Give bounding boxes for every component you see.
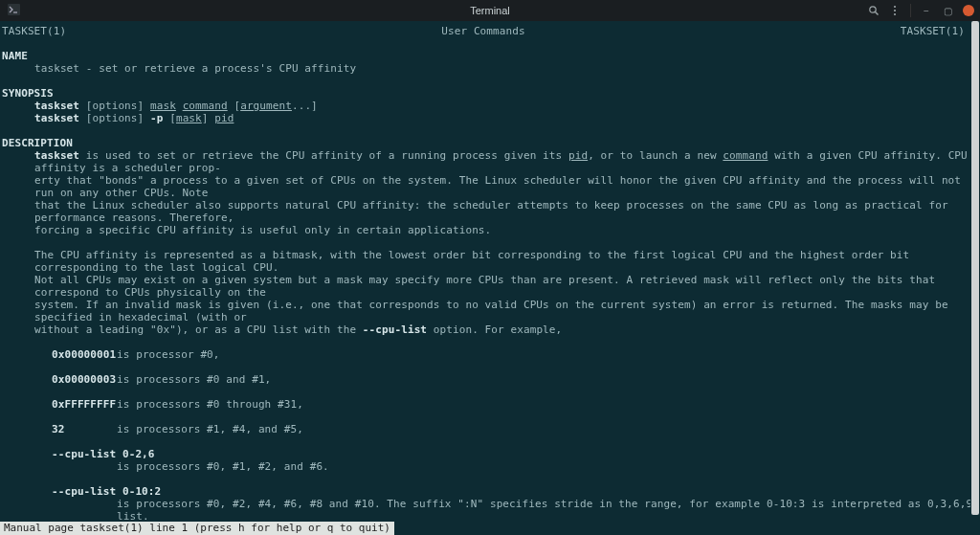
svg-point-4 [894,6,896,8]
svg-rect-0 [8,4,20,15]
mask-example-val: is processor #0, [117,348,974,361]
desc-line: system. If an invalid mask is given (i.e… [2,299,974,323]
mask-example-row: 0x00000003is processors #0 and #1, [2,373,974,386]
mask-example-row: 32is processors #1, #4, and #5, [2,423,974,435]
section-description: DESCRIPTION [2,137,974,149]
svg-point-2 [870,7,876,12]
mask-example-val: is processors #1, #4, and #5, [117,423,974,435]
name-text: taskset - set or retrieve a process's CP… [2,62,974,75]
desc-line: forcing a specific CPU affinity is usefu… [2,224,974,236]
mask-example-val: is processors #0 through #31, [117,398,974,411]
less-status-line: Manual page taskset(1) line 1 (press h f… [0,522,394,535]
maximize-icon[interactable]: ▢ [942,5,953,16]
mask-example-val: is processors #0 and #1, [117,373,974,386]
svg-point-6 [894,13,896,15]
svg-line-3 [876,12,879,15]
synopsis-line-2: taskset [options] -p [mask] pid [2,112,974,124]
terminal-app-icon [8,4,20,17]
desc-line: Not all CPUs may exist on a given system… [2,274,974,299]
cpu-list-example-key: --cpu-list 0-10:2 [2,485,974,498]
mask-example-key: 0x00000003 [2,373,117,386]
desc-line: that the Linux scheduler also supports n… [2,199,974,224]
cpu-list-example-val: is processors #0, #1, #2, and #6. [2,460,974,473]
titlebar-separator [910,4,911,17]
mask-example-row: 0xFFFFFFFFis processors #0 through #31, [2,398,974,411]
desc-line: taskset is used to set or retrieve the C… [2,149,974,174]
synopsis-line-1: taskset [options] mask command [argument… [2,100,974,112]
search-icon[interactable] [868,5,880,16]
man-header: TASKSET(1) User Commands TASKSET(1) [2,25,974,37]
svg-point-5 [894,10,896,11]
man-header-right: TASKSET(1) [644,25,974,37]
scrollbar[interactable] [970,21,980,515]
desc-line: The CPU affinity is represented as a bit… [2,249,974,274]
mask-example-key: 32 [2,423,117,435]
close-icon[interactable] [963,5,974,16]
window-titlebar: Terminal − ▢ [0,0,980,21]
minimize-icon[interactable]: − [921,5,932,16]
desc-line: erty that "bonds" a process to a given s… [2,174,974,199]
menu-icon[interactable] [889,5,901,16]
section-name: NAME [2,50,974,62]
terminal-viewport[interactable]: TASKSET(1) User Commands TASKSET(1) NAME… [0,21,980,515]
mask-example-row: 0x00000001is processor #0, [2,348,974,361]
man-header-center: User Commands [323,25,643,37]
cpu-list-example-key: --cpu-list 0-2,6 [2,448,974,460]
mask-example-key: 0xFFFFFFFF [2,398,117,411]
man-header-left: TASKSET(1) [2,25,323,37]
window-title: Terminal [0,5,980,16]
section-synopsis: SYNOPSIS [2,87,974,100]
cpu-list-example-val: is processors #0, #2, #4, #6, #8 and #10… [2,498,974,523]
mask-example-key: 0x00000001 [2,348,117,361]
desc-line: without a leading "0x"), or as a CPU lis… [2,323,974,336]
